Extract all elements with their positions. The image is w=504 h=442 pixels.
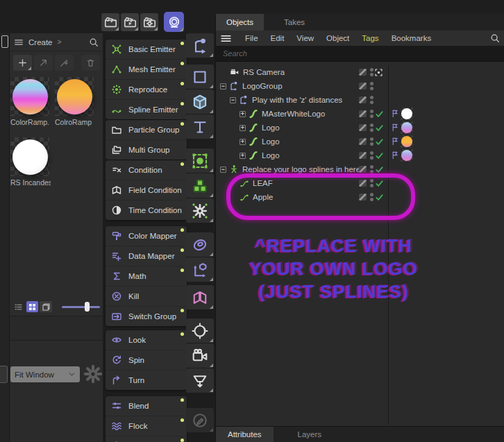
stage-tool-button[interactable] <box>186 368 214 393</box>
clapperboard-gear-button[interactable] <box>140 13 158 31</box>
menu-item-color-mapper[interactable]: Color Mapper <box>106 226 187 246</box>
render-active-button[interactable] <box>164 12 184 32</box>
menu-item-spline-emitter[interactable]: Spline Emitter <box>106 99 187 119</box>
visibility-dots[interactable] <box>370 96 373 104</box>
menu-item-switch-group[interactable]: Switch Group <box>106 306 187 326</box>
tree-row-rs-camera[interactable]: RS Camera <box>216 65 504 79</box>
menu-view[interactable]: View <box>290 34 320 42</box>
stepper-partial[interactable] <box>0 366 8 383</box>
cluster-tool-button[interactable] <box>186 173 214 198</box>
menu-item-flock[interactable]: Flock <box>106 416 187 436</box>
menu-item-basic-emitter[interactable]: Basic Emitter <box>106 40 187 59</box>
tab-objects[interactable]: Objects <box>216 14 264 31</box>
material-swatch-colroramp[interactable]: ColroRamp <box>55 77 95 126</box>
material-tag[interactable] <box>401 149 413 162</box>
material-tag[interactable] <box>401 135 413 148</box>
move-tool-button[interactable] <box>186 33 214 58</box>
edit-toggle[interactable] <box>359 110 367 117</box>
edit-toggle[interactable] <box>359 152 367 159</box>
tree-row-logo[interactable]: +Logo <box>216 121 504 135</box>
search-input[interactable]: Search <box>216 46 504 62</box>
sky-tool-button[interactable] <box>186 318 214 343</box>
list-view-button[interactable] <box>12 301 25 312</box>
gear-tool-button[interactable] <box>186 198 214 223</box>
tab-takes[interactable]: Takes <box>274 14 315 31</box>
visibility-dots[interactable] <box>370 151 373 160</box>
menu-item-look[interactable]: Look <box>106 330 187 350</box>
collapse-expander[interactable]: − <box>230 97 236 103</box>
cube-tool-button[interactable] <box>186 90 214 114</box>
search-icon[interactable] <box>490 33 500 43</box>
visibility-dots[interactable] <box>370 137 373 146</box>
menu-item-condition[interactable]: Condition <box>106 160 187 180</box>
instance-tool-button[interactable] <box>186 257 214 282</box>
menu-edit[interactable]: Edit <box>264 34 291 42</box>
emitter-tool-button[interactable] <box>186 148 214 173</box>
edit-toggle[interactable] <box>359 83 367 90</box>
gear-icon[interactable] <box>83 364 103 384</box>
visibility-dots[interactable] <box>370 68 373 76</box>
menu-item-math[interactable]: Math <box>106 266 187 286</box>
hamburger-icon[interactable] <box>14 37 24 47</box>
menu-item-kill[interactable]: Kill <box>106 286 187 306</box>
material-swatch-colorramp[interactable]: ColorRamp. <box>10 77 51 126</box>
visibility-dots[interactable] <box>370 165 373 173</box>
plane-tool-button[interactable] <box>186 65 214 89</box>
tree-row-logogroup[interactable]: −LogoGroup <box>216 79 504 93</box>
expand-expander[interactable]: + <box>240 153 246 159</box>
visibility-dots[interactable] <box>370 110 373 118</box>
edit-toggle[interactable] <box>359 124 367 131</box>
expand-expander[interactable]: + <box>240 111 246 117</box>
collapse-expander[interactable]: − <box>220 167 226 173</box>
clapperboard-button[interactable] <box>101 13 119 31</box>
create-panel-title[interactable]: Create <box>28 38 53 46</box>
material-tag[interactable] <box>401 121 413 134</box>
menu-object[interactable]: Object <box>320 34 355 42</box>
menu-item-time-condition[interactable]: Time Condition <box>106 200 187 220</box>
field-tool-button[interactable] <box>186 285 214 309</box>
tree-row-play-with-the-z-distances[interactable]: −Play with the 'z' distances <box>216 93 504 107</box>
camera-tool-button[interactable] <box>186 343 214 368</box>
sweep-tool-button[interactable] <box>186 232 214 257</box>
chevron-right-icon[interactable]: > <box>58 38 62 46</box>
tree-row-logo[interactable]: +Logo <box>216 135 504 148</box>
edit-toggle[interactable] <box>359 69 367 76</box>
menu-item-particle-group[interactable]: Particle Group <box>106 120 187 139</box>
clapperboard-play-button[interactable] <box>121 13 139 31</box>
menu-item-data-mapper[interactable]: Data Mapper <box>106 246 187 266</box>
edit-toggle[interactable] <box>359 96 367 103</box>
grid-view-button[interactable] <box>26 301 39 312</box>
expand-expander[interactable]: + <box>240 139 246 145</box>
menu-tags[interactable]: Tags <box>355 34 385 42</box>
hamburger-icon[interactable] <box>220 33 232 44</box>
visibility-dots[interactable] <box>370 124 373 132</box>
menu-item-multi-group[interactable]: Multi Group <box>106 139 187 160</box>
collapse-expander[interactable]: − <box>220 83 226 90</box>
edit-toggle[interactable] <box>359 166 367 173</box>
visibility-dots[interactable] <box>370 82 373 90</box>
menu-item-blend[interactable]: Blend <box>106 396 187 416</box>
tree-row-logo[interactable]: +Logo <box>216 148 504 162</box>
eyedropper-button[interactable] <box>55 55 74 71</box>
slider-knob[interactable] <box>85 302 90 312</box>
material-tag[interactable] <box>401 108 413 120</box>
edit-toggle[interactable] <box>359 138 367 145</box>
layer-view-button[interactable] <box>40 301 52 312</box>
search-icon[interactable] <box>89 37 99 47</box>
thumbnail-size-slider[interactable] <box>62 302 100 312</box>
menu-item-field-condition[interactable]: Field Condition <box>106 180 187 200</box>
text-tool-button[interactable] <box>186 114 214 139</box>
trash-button[interactable] <box>81 55 100 71</box>
menu-file[interactable]: File <box>239 34 264 42</box>
tab-layers[interactable]: Layers <box>286 427 334 442</box>
menu-item-spin[interactable]: Spin <box>106 350 187 370</box>
menu-item-reproduce[interactable]: Reproduce <box>106 79 187 99</box>
menu-item-pyro-advect[interactable]: Pyro Advect <box>106 436 187 442</box>
material-swatch-rs-incandes[interactable]: RS Incandes <box>10 137 51 187</box>
plus-button[interactable] <box>13 55 32 71</box>
tab-attributes[interactable]: Attributes <box>216 427 274 442</box>
expand-expander[interactable]: + <box>240 125 246 131</box>
fit-window-dropdown[interactable]: Fit Window <box>10 366 80 382</box>
tree-row-masterwhitelogo[interactable]: +MAsterWhiteLogo <box>216 107 504 121</box>
locked-pen-tool-button[interactable] <box>186 408 214 432</box>
